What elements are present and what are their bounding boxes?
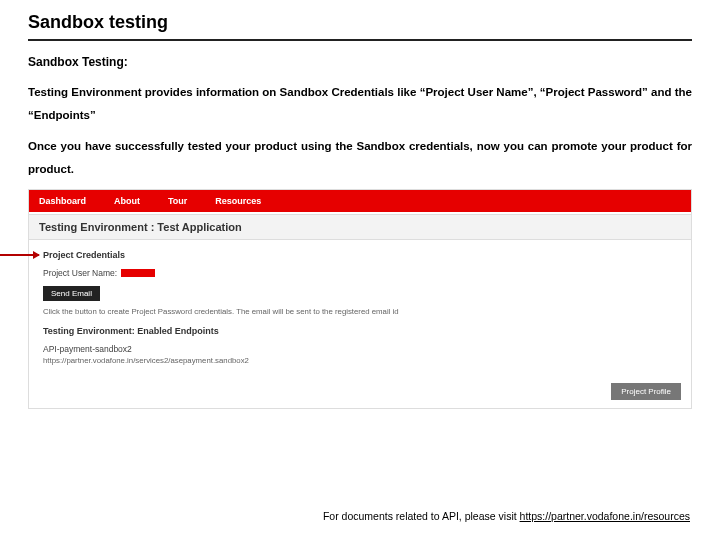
- intro-paragraph-1: Testing Environment provides information…: [28, 81, 692, 127]
- pointer-arrow-icon: [0, 254, 39, 256]
- redacted-value: [121, 269, 155, 277]
- top-nav: Dashboard About Tour Resources: [29, 190, 691, 212]
- nav-about[interactable]: About: [114, 196, 140, 206]
- embedded-screenshot: Dashboard About Tour Resources Testing E…: [28, 189, 692, 409]
- footer-prefix: For documents related to API, please vis…: [323, 510, 520, 522]
- send-email-button[interactable]: Send Email: [43, 286, 100, 301]
- endpoint-url: https://partner.vodafone.in/services2/as…: [43, 356, 677, 365]
- project-username-label: Project User Name:: [43, 268, 117, 278]
- intro-paragraph-2: Once you have successfully tested your p…: [28, 135, 692, 181]
- nav-resources[interactable]: Resources: [215, 196, 261, 206]
- footer-link[interactable]: https://partner.vodafone.in/resources: [520, 510, 690, 522]
- section-heading: Sandbox Testing:: [28, 55, 692, 69]
- password-hint-text: Click the button to create Project Passw…: [43, 307, 677, 316]
- endpoints-heading: Testing Environment: Enabled Endpoints: [43, 326, 677, 336]
- footer-note: For documents related to API, please vis…: [323, 510, 690, 522]
- project-username-row: Project User Name:: [43, 268, 677, 278]
- credentials-heading: Project Credentials: [43, 250, 677, 260]
- endpoint-name: API-payment-sandbox2: [43, 344, 677, 354]
- project-profile-button[interactable]: Project Profile: [611, 383, 681, 400]
- nav-dashboard[interactable]: Dashboard: [39, 196, 86, 206]
- page-title: Sandbox testing: [28, 12, 692, 41]
- environment-title: Testing Environment : Test Application: [29, 214, 691, 240]
- nav-tour[interactable]: Tour: [168, 196, 187, 206]
